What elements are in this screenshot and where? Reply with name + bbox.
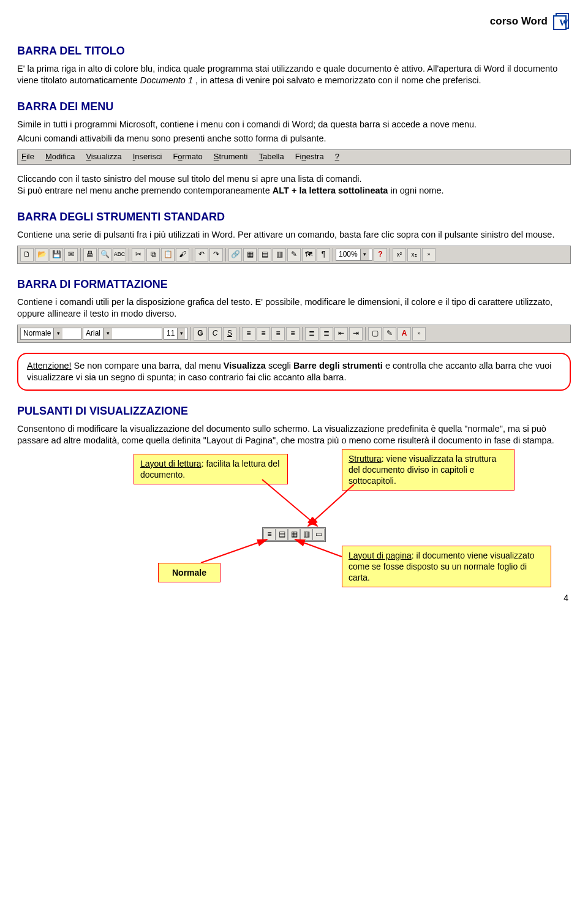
toolbar-standard: 🗋 📂 💾 ✉ 🖶 🔍 ABC ✂ ⧉ 📋 🖌 ↶ ↷ 🔗 ▦ ▤ ▥ ✎ 🗺 … — [17, 246, 571, 264]
menu-tabella[interactable]: Tabella — [258, 152, 284, 162]
chevron-down-icon: ▾ — [53, 328, 62, 339]
preview-icon[interactable]: 🔍 — [98, 248, 111, 261]
menu-visualizza[interactable]: Visualizza — [86, 152, 121, 162]
para-menu-2: Alcuni comandi attivabili da menu sono p… — [17, 133, 571, 145]
box-layout-lettura: Layout di lettura: facilita la lettura d… — [134, 454, 288, 484]
italic-icon[interactable]: C — [208, 327, 222, 340]
table-icon[interactable]: ▦ — [243, 248, 257, 261]
superscript-icon[interactable]: x² — [393, 248, 406, 261]
chevron-down-icon: ▾ — [103, 328, 112, 339]
excel-icon[interactable]: ▤ — [258, 248, 271, 261]
menubar-sample: File Modifica Visualizza Inserisci Forma… — [17, 149, 571, 165]
chevron-down-icon: ▾ — [360, 249, 369, 260]
new-icon[interactable]: 🗋 — [20, 248, 34, 261]
border-icon[interactable]: ▢ — [368, 327, 382, 340]
undo-icon[interactable]: ↶ — [195, 248, 208, 261]
toolbar-format: Normale ▾ Arial ▾ 11 ▾ G C S ≡ ≡ ≡ ≡ ≣ ≣… — [17, 325, 571, 343]
menu-formato[interactable]: Formato — [173, 152, 202, 162]
open-icon[interactable]: 📂 — [35, 248, 48, 261]
view-page-icon[interactable]: ▦ — [288, 529, 300, 541]
page-header: corso Word W — [17, 12, 571, 31]
chevron-down-icon[interactable]: » — [412, 327, 426, 340]
font-color-icon[interactable]: A — [398, 327, 411, 340]
para-vis: Consentono di modificare la visualizzazi… — [17, 423, 571, 446]
drawing-icon[interactable]: ✎ — [287, 248, 301, 261]
show-para-icon[interactable]: ¶ — [317, 248, 330, 261]
underline-icon[interactable]: S — [223, 327, 236, 340]
mail-icon[interactable]: ✉ — [64, 248, 78, 261]
svg-line-6 — [295, 540, 342, 557]
decrease-indent-icon[interactable]: ⇤ — [334, 327, 348, 340]
redo-icon[interactable]: ↷ — [209, 248, 223, 261]
svg-line-3 — [262, 480, 317, 526]
size-combo[interactable]: 11 ▾ — [164, 328, 188, 340]
print-icon[interactable]: 🖶 — [83, 248, 97, 261]
columns-icon[interactable]: ▥ — [273, 248, 286, 261]
paste-icon[interactable]: 📋 — [161, 248, 175, 261]
svg-line-5 — [201, 540, 267, 563]
box-normale: Normale — [158, 563, 221, 582]
heading-barra-format: BARRA DI FORMATTAZIONE — [17, 277, 571, 292]
box-struttura: Struttura: viene visualizzata la struttu… — [342, 449, 514, 491]
bullet-list-icon[interactable]: ≣ — [320, 327, 333, 340]
copy-icon[interactable]: ⧉ — [146, 248, 160, 261]
para-menu-1: Simile in tutti i programmi Microsoft, c… — [17, 119, 571, 130]
menu-help[interactable]: ? — [335, 152, 339, 162]
help-icon[interactable]: ? — [374, 248, 387, 261]
save-icon[interactable]: 💾 — [50, 248, 63, 261]
header-title: corso Word — [490, 15, 548, 28]
attention-box: Attenzione! Se non compare una barra, da… — [17, 353, 571, 391]
chevron-down-icon[interactable]: » — [422, 248, 435, 261]
map-icon[interactable]: 🗺 — [302, 248, 315, 261]
format-painter-icon[interactable]: 🖌 — [176, 248, 189, 261]
menu-finestra[interactable]: Finestra — [295, 152, 324, 162]
align-left-icon[interactable]: ≡ — [242, 327, 255, 340]
font-combo[interactable]: Arial ▾ — [83, 328, 162, 340]
menu-modifica[interactable]: Modifica — [45, 152, 75, 162]
heading-barra-menu: BARRA DEI MENU — [17, 100, 571, 114]
box-layout-pagina: Layout di pagina: il documento viene vis… — [342, 546, 551, 588]
chevron-down-icon: ▾ — [177, 328, 185, 339]
zoom-combo[interactable]: 100% ▾ — [336, 249, 372, 261]
cut-icon[interactable]: ✂ — [132, 248, 145, 261]
hyperlink-icon[interactable]: 🔗 — [228, 248, 242, 261]
style-combo[interactable]: Normale ▾ — [20, 328, 81, 340]
align-right-icon[interactable]: ≡ — [271, 327, 285, 340]
subscript-icon[interactable]: x₂ — [407, 248, 421, 261]
spell-icon[interactable]: ABC — [113, 248, 126, 261]
word-icon: W — [552, 12, 571, 31]
view-buttons-bar: ≡ ▤ ▦ ▥ ▭ — [262, 527, 326, 542]
heading-barra-standard: BARRA DEGLI STRUMENTI STANDARD — [17, 210, 571, 224]
para-format: Contiene i comandi utili per la disposiz… — [17, 296, 571, 320]
increase-indent-icon[interactable]: ⇥ — [349, 327, 363, 340]
view-web-icon[interactable]: ▤ — [276, 529, 288, 541]
view-reading-icon[interactable]: ▭ — [312, 529, 325, 541]
view-modes-diagram: Layout di lettura: facilita la lettura d… — [17, 454, 571, 589]
highlight-icon[interactable]: ✎ — [383, 327, 396, 340]
view-normal-icon[interactable]: ≡ — [263, 529, 276, 541]
para-menu-3: Cliccando con il tasto sinistro del mous… — [17, 173, 571, 197]
svg-text:W: W — [559, 18, 568, 28]
heading-pulsanti-vis: PULSANTI DI VISUALIZZAZIONE — [17, 404, 571, 418]
numbered-list-icon[interactable]: ≣ — [305, 327, 318, 340]
menu-inserisci[interactable]: Inserisci — [133, 152, 162, 162]
heading-barra-titolo: BARRA DEL TITOLO — [17, 44, 571, 58]
bold-icon[interactable]: G — [194, 327, 207, 340]
menu-strumenti[interactable]: Strumenti — [214, 152, 248, 162]
para-titolo: E' la prima riga in alto di colore blu, … — [17, 63, 571, 86]
view-outline-icon[interactable]: ▥ — [300, 529, 312, 541]
align-center-icon[interactable]: ≡ — [257, 327, 270, 340]
align-justify-icon[interactable]: ≡ — [286, 327, 300, 340]
menu-file[interactable]: File — [21, 152, 34, 162]
page-number: 4 — [564, 592, 568, 603]
para-standard: Contiene una serie di pulsanti fra i più… — [17, 229, 571, 241]
